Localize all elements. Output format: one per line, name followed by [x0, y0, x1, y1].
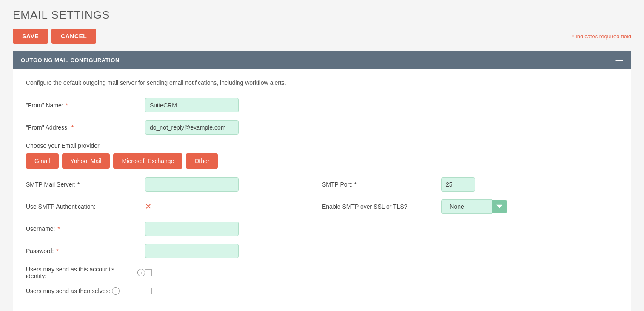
outgoing-mail-section: OUTGOING MAIL CONFIGURATION — Configure … — [13, 51, 631, 311]
ssl-select-wrapper: --None-- SSL TLS — [441, 199, 507, 214]
required-field-note: * Indicates required field — [572, 33, 631, 40]
cancel-button[interactable]: CANCEL — [51, 29, 96, 44]
section-header: OUTGOING MAIL CONFIGURATION — — [13, 51, 631, 69]
chevron-down-icon — [496, 204, 502, 210]
send-as-self-info-icon[interactable]: i — [112, 287, 120, 295]
username-label: Username: * — [26, 225, 145, 232]
ssl-label: Enable SMTP over SSL or TLS? — [322, 203, 441, 210]
from-address-label: "From" Address: * — [26, 124, 145, 131]
smtp-auth-checkbox[interactable]: ✕ — [145, 202, 151, 211]
toolbar-actions: SAVE CANCEL — [13, 29, 96, 44]
minimize-icon[interactable]: — — [616, 56, 624, 64]
smtp-auth-ssl-row: Use SMTP Authentication: ✕ Enable SMTP o… — [26, 199, 618, 214]
section-header-title: OUTGOING MAIL CONFIGURATION — [21, 57, 120, 63]
smtp-port-input[interactable] — [441, 177, 475, 192]
from-name-row: "From" Name: * — [26, 98, 618, 112]
from-address-input[interactable] — [145, 120, 239, 135]
smtp-auth-label: Use SMTP Authentication: — [26, 203, 145, 210]
send-as-self-row: Users may send as themselves: i — [26, 287, 618, 295]
smtp-port-col: SMTP Port: * — [322, 177, 618, 192]
from-address-row: "From" Address: * — [26, 120, 618, 135]
send-test-email-wrapper: SEND TEST EMAIL — [26, 302, 618, 311]
provider-section: Choose your Email provider Gmail Yahoo! … — [26, 142, 618, 169]
send-as-self-checkbox[interactable] — [145, 288, 152, 294]
provider-exchange-button[interactable]: Microsoft Exchange — [113, 153, 182, 169]
provider-label: Choose your Email provider — [26, 142, 618, 149]
provider-gmail-button[interactable]: Gmail — [26, 153, 59, 169]
from-name-label: "From" Name: * — [26, 102, 145, 109]
username-input[interactable] — [145, 222, 239, 236]
section-description: Configure the default outgoing mail serv… — [26, 79, 618, 86]
smtp-auth-col: Use SMTP Authentication: ✕ — [26, 202, 322, 211]
send-as-identity-info-icon[interactable]: i — [137, 269, 145, 276]
smtp-server-label: SMTP Mail Server: * — [26, 181, 145, 188]
ssl-select[interactable]: --None-- SSL TLS — [441, 199, 492, 214]
ssl-dropdown-button[interactable] — [492, 200, 507, 213]
from-name-input[interactable] — [145, 98, 239, 112]
send-as-identity-checkbox[interactable] — [145, 269, 152, 276]
send-as-identity-label: Users may send as this account's identit… — [26, 266, 145, 279]
password-row: Password: * — [26, 244, 618, 258]
smtp-server-col: SMTP Mail Server: * — [26, 177, 322, 192]
password-input[interactable] — [145, 244, 239, 258]
smtp-port-label: SMTP Port: * — [322, 181, 441, 188]
toolbar: SAVE CANCEL * Indicates required field — [13, 29, 631, 44]
section-body: Configure the default outgoing mail serv… — [13, 69, 631, 311]
ssl-col: Enable SMTP over SSL or TLS? --None-- SS… — [322, 199, 618, 214]
provider-other-button[interactable]: Other — [186, 153, 218, 169]
smtp-server-input[interactable] — [145, 177, 239, 192]
provider-buttons: Gmail Yahoo! Mail Microsoft Exchange Oth… — [26, 153, 618, 169]
smtp-server-port-row: SMTP Mail Server: * SMTP Port: * — [26, 177, 618, 192]
username-row: Username: * — [26, 222, 618, 236]
page-title: EMAIL SETTINGS — [13, 9, 631, 22]
send-as-identity-row: Users may send as this account's identit… — [26, 266, 618, 279]
save-button[interactable]: SAVE — [13, 29, 48, 44]
provider-yahoo-button[interactable]: Yahoo! Mail — [62, 153, 110, 169]
password-label: Password: * — [26, 248, 145, 254]
send-as-self-label: Users may send as themselves: i — [26, 287, 145, 295]
